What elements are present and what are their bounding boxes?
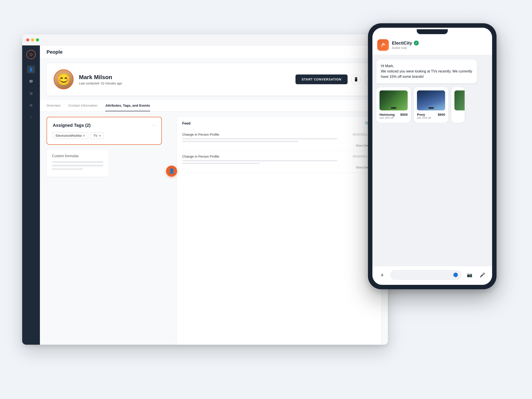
- feed-event-2: Change in Person Profile: [182, 154, 219, 158]
- phone-container: ElectiCity ✓ Active now Hi Mark,We notic…: [368, 23, 497, 289]
- assigned-tags-title: Assigned Tags (2): [53, 123, 91, 128]
- feed-item-1: Change in Person Profile 06/10/2022, 14:…: [182, 129, 376, 151]
- product-card-lb[interactable]: [451, 87, 465, 123]
- sidebar: ⊙ 👤 💬 ⊞ ⚙ ○: [22, 45, 40, 345]
- tv-screen-pony: [417, 90, 445, 110]
- product-card-hamsung[interactable]: Hamsung $500 Get 15% off: [376, 87, 411, 123]
- person-icon: 👤: [166, 165, 177, 177]
- phone-bottom: + 🔵 📷 🎤: [372, 266, 492, 285]
- tab-contact-info[interactable]: Contact Information: [69, 100, 98, 111]
- desktop-window: ⊙ 👤 💬 ⊞ ⚙ ○ People Mar: [22, 34, 388, 345]
- tag-electronic-remove[interactable]: ✕: [83, 134, 85, 137]
- microphone-icon[interactable]: 🎤: [477, 270, 487, 280]
- phone-shell: ElectiCity ✓ Active now Hi Mark,We notic…: [368, 23, 497, 289]
- product-info-pony: Pony $600: [417, 113, 445, 116]
- assigned-tags-box: Assigned Tags (2) ⋯ ElectronicWhishlist …: [47, 117, 162, 145]
- product-info-hamsung: Hamsung $500: [380, 113, 408, 116]
- phone-header: ElectiCity ✓ Active now: [372, 36, 492, 55]
- more-options-icon[interactable]: ⋯: [151, 123, 156, 128]
- feed-title: Feed: [182, 121, 190, 126]
- start-conversation-button[interactable]: START CONVERSATION: [296, 75, 348, 84]
- feed-item-1-header: Change in Person Profile 06/10/2022, 14:…: [182, 133, 376, 136]
- profile-last-contacted: Last contacted: 32 minutes ago: [79, 82, 290, 85]
- cf-line-1: [52, 161, 103, 163]
- title-bar: [22, 34, 388, 45]
- cf-line-3: [52, 168, 83, 170]
- tabs-bar: Overview Contact Information Attributes,…: [40, 100, 388, 112]
- feed-bar-1a: [182, 138, 337, 139]
- chat-area: Hi Mark,We noticed you were looking at T…: [372, 55, 492, 266]
- feed-item-2: Change in Person Profile 05/10/2022, 12:…: [182, 151, 376, 173]
- phone-notch: [372, 28, 492, 36]
- app-status: Active now: [392, 46, 487, 50]
- profile-actions: START CONVERSATION 📱 ✉: [296, 75, 374, 84]
- app-info: ElectiCity ✓ Active now: [392, 41, 487, 50]
- tab-overview[interactable]: Overview: [47, 100, 61, 111]
- tv-screen-hamsung: [380, 90, 408, 110]
- custom-formulas-box: Custom formulas: [47, 149, 109, 177]
- feed-item-2-header: Change in Person Profile 05/10/2022, 12:…: [182, 154, 376, 158]
- sidebar-item-grid[interactable]: ⊞: [27, 89, 35, 97]
- sidebar-logo[interactable]: ⊙: [26, 50, 36, 59]
- close-button[interactable]: [26, 38, 29, 41]
- plus-icon[interactable]: +: [377, 270, 387, 280]
- maximize-button[interactable]: [36, 38, 39, 41]
- show-details-1[interactable]: Show Details ↗: [182, 144, 376, 147]
- feed-bar-2a: [182, 160, 337, 161]
- feed-bar-2b: [182, 163, 260, 164]
- sidebar-item-chat[interactable]: 💬: [27, 77, 35, 85]
- chat-message: Hi Mark,We noticed you were looking at T…: [381, 63, 473, 79]
- sticker-icon[interactable]: 🔵: [453, 272, 458, 277]
- custom-formulas-title: Custom formulas: [52, 154, 103, 158]
- phone-screen: ElectiCity ✓ Active now Hi Mark,We notic…: [372, 28, 492, 285]
- avatar: [54, 69, 74, 89]
- profile-name: Mark Milson: [79, 74, 290, 81]
- tag-tv-remove[interactable]: ✕: [99, 134, 101, 137]
- product-img-lb: [454, 90, 465, 110]
- tag-electronic: ElectronicWhishlist ✕: [53, 132, 88, 139]
- feed-bar-1b: [182, 141, 298, 142]
- app-name: ElectiCity ✓: [392, 41, 487, 46]
- sidebar-item-people[interactable]: 👤: [27, 65, 35, 73]
- sidebar-item-settings[interactable]: ⚙: [27, 101, 35, 109]
- main-content: People Mark Milson Last contacted: 32 mi…: [40, 45, 388, 345]
- avatar-image: [54, 70, 73, 89]
- message-input-wrap[interactable]: 🔵: [390, 270, 462, 280]
- minimize-button[interactable]: [31, 38, 34, 41]
- profile-section: Mark Milson Last contacted: 32 minutes a…: [47, 63, 381, 95]
- cf-line-2: [52, 165, 103, 166]
- chat-bubble: Hi Mark,We noticed you were looking at T…: [376, 59, 477, 83]
- top-nav: People: [40, 45, 388, 59]
- product-cards: Hamsung $500 Get 15% off: [376, 87, 488, 123]
- feed-header: Feed 🔍 ⚡: [182, 121, 376, 126]
- profile-info: Mark Milson Last contacted: 32 minutes a…: [79, 74, 290, 85]
- verified-badge: ✓: [414, 41, 419, 45]
- page-title: People: [47, 49, 63, 55]
- notch-bar: [417, 29, 448, 34]
- camera-icon[interactable]: 📷: [465, 270, 474, 280]
- product-discount-pony: Get 15% off: [417, 116, 445, 120]
- show-details-2[interactable]: Show Details ↗: [182, 166, 376, 169]
- product-discount-hamsung: Get 15% off: [380, 116, 408, 120]
- content-panels: Assigned Tags (2) ⋯ ElectronicWhishlist …: [40, 112, 388, 345]
- left-panels: Assigned Tags (2) ⋯ ElectronicWhishlist …: [47, 117, 166, 345]
- tab-attributes[interactable]: Attributes, Tags, and Events: [105, 100, 150, 111]
- box-header: Assigned Tags (2) ⋯: [53, 123, 156, 128]
- feed-section: Feed 🔍 ⚡ Change in Person Profile 06/10/…: [177, 117, 381, 345]
- product-img-hamsung: [380, 90, 408, 110]
- whatsapp-icon[interactable]: 📱: [351, 75, 361, 84]
- app-layout: ⊙ 👤 💬 ⊞ ⚙ ○ People Mar: [22, 45, 388, 345]
- tags-container: ElectronicWhishlist ✕ TV ✕: [53, 132, 156, 139]
- tag-tv: TV ✕: [90, 132, 104, 139]
- product-img-pony: [417, 90, 445, 110]
- product-card-pony[interactable]: Pony $600 Get 15% off: [414, 87, 448, 123]
- sidebar-item-circle[interactable]: ○: [27, 113, 35, 121]
- feed-event-1: Change in Person Profile: [182, 133, 219, 136]
- app-icon: [377, 39, 389, 51]
